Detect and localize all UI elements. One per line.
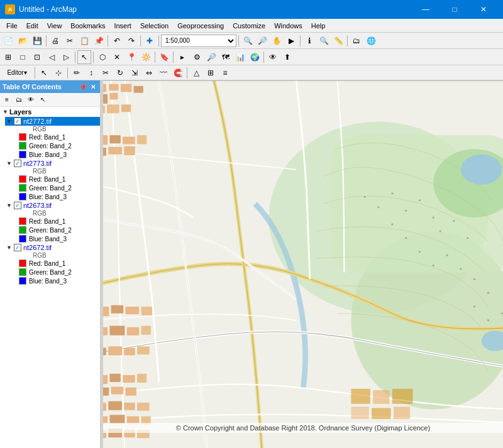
menu-selection[interactable]: Selection	[136, 21, 172, 31]
layer2-band1: Red: Band_1	[18, 175, 100, 183]
menu-insert[interactable]: Insert	[110, 21, 135, 31]
zoom-to-selected-button[interactable]: 🔆	[139, 50, 153, 64]
layer4-band2-label: Green: Band_2	[29, 269, 72, 276]
select-button[interactable]: ▶	[284, 34, 298, 48]
toc-close-button[interactable]: ✕	[89, 82, 97, 91]
export-btn[interactable]: ⬆	[280, 50, 294, 64]
layer4-checkbox[interactable]: ✓	[14, 244, 21, 251]
toc-list-by-selection[interactable]: ↖	[37, 94, 48, 106]
more2-btn[interactable]: ⊞	[204, 66, 218, 80]
layer4-blue-swatch	[19, 277, 26, 285]
toc-list-by-drawing-order[interactable]: ≡	[1, 94, 13, 106]
rotate-btn[interactable]: ↻	[113, 66, 127, 80]
clear-selection-button[interactable]: ✕	[110, 50, 124, 64]
zoom-out-button[interactable]: 🔎	[255, 34, 269, 48]
zoom-full-button[interactable]: ⊞	[1, 50, 15, 64]
add-data-button[interactable]: ✚	[143, 34, 157, 48]
scale-dropdown[interactable]: 1:50,000 1:25,000	[161, 35, 236, 47]
toc-layer-group: ▼ ✓ nt2772.tif RGB Red: Band_1 Green: Ba…	[0, 117, 100, 285]
features-btn[interactable]: ≡	[218, 66, 232, 80]
magnify-btn[interactable]: 🔎	[204, 50, 218, 64]
new-button[interactable]: 📄	[1, 34, 15, 48]
measure-button[interactable]: 📏	[331, 34, 345, 48]
layer1-expand[interactable]: ▼	[6, 118, 12, 124]
create-viewer-btn[interactable]: 👁	[266, 50, 280, 64]
toc-header-buttons[interactable]: 📌 ✕	[79, 82, 97, 91]
trace-btn[interactable]: 〰	[157, 66, 170, 80]
edit-tool-btn[interactable]: ↖	[37, 66, 51, 80]
arcgis-online-button[interactable]: 🌐	[364, 34, 378, 48]
zoom-selection-button[interactable]: ⊡	[30, 50, 44, 64]
svg-rect-24	[111, 305, 124, 314]
mirror-btn[interactable]: ⇔	[142, 66, 156, 80]
topology-btn[interactable]: △	[189, 66, 203, 80]
sketch-btn[interactable]: ✏	[70, 66, 84, 80]
app-icon: A	[5, 4, 15, 14]
toc-pin-button[interactable]: 📌	[79, 82, 87, 91]
bookmarks-btn[interactable]: 🔖	[157, 50, 171, 64]
layer-nt2672[interactable]: ▼ ✓ nt2672.tif	[5, 243, 100, 252]
cut-button[interactable]: ✂	[63, 34, 77, 48]
tools-btn2[interactable]: ⚙	[190, 50, 204, 64]
layer-nt2772[interactable]: ▼ ✓ nt2772.tif	[5, 117, 100, 126]
minimize-button[interactable]: —	[411, 0, 440, 19]
find-button[interactable]: 🔍	[317, 34, 331, 48]
menu-windows[interactable]: Windows	[270, 21, 306, 31]
arc-catalog-button[interactable]: 🗂	[350, 34, 363, 48]
svg-rect-41	[125, 388, 136, 396]
zoom-layer-button[interactable]: □	[16, 50, 30, 64]
layer2-expand[interactable]: ▼	[6, 160, 12, 167]
map-area[interactable]: © Crown Copyright and Database Right 201…	[103, 80, 503, 448]
menu-help[interactable]: Help	[307, 21, 329, 31]
save-button[interactable]: 💾	[30, 34, 44, 48]
maximize-button[interactable]: □	[440, 0, 469, 19]
svg-point-73	[446, 254, 448, 256]
menu-edit[interactable]: Edit	[23, 21, 42, 31]
scale-btn[interactable]: ⇲	[128, 66, 141, 80]
layer1-green-swatch	[19, 142, 26, 150]
print-button[interactable]: 🖨	[48, 34, 62, 48]
layer-nt2773[interactable]: ▼ ✓ nt2773.tif	[5, 159, 100, 168]
overview-btn[interactable]: 🗺	[219, 50, 233, 64]
editor-dropdown-btn[interactable]: Editor▾	[1, 66, 33, 80]
paste-button[interactable]: 📌	[92, 34, 106, 48]
layer3-checkbox[interactable]: ✓	[14, 202, 21, 209]
layer2-band3-label: Blue: Band_3	[29, 194, 67, 200]
open-button[interactable]: 📂	[16, 34, 30, 48]
toc-list-by-visibility[interactable]: 👁	[25, 94, 36, 106]
layer1-checkbox[interactable]: ✓	[14, 117, 21, 125]
menu-geoprocessing[interactable]: Geoprocessing	[174, 21, 228, 31]
globe-btn[interactable]: 🌍	[248, 50, 262, 64]
edit-vertices-btn2[interactable]: ⊹	[52, 66, 65, 80]
pan-button[interactable]: ✋	[270, 34, 284, 48]
menu-bookmarks[interactable]: Bookmarks	[67, 21, 109, 31]
next-extent-button[interactable]: ▷	[59, 50, 73, 64]
layer2-checkbox[interactable]: ✓	[14, 160, 21, 167]
select-by-location[interactable]: 📍	[124, 50, 138, 64]
layer-nt2673[interactable]: ▼ ✓ nt2673.tif	[5, 201, 100, 210]
previous-extent-button[interactable]: ◁	[45, 50, 58, 64]
select-features-button[interactable]: ↖	[77, 50, 91, 64]
dataview-btn[interactable]: 📊	[233, 50, 247, 64]
layer3-expand[interactable]: ▼	[6, 202, 12, 209]
zoom-in-button[interactable]: 🔍	[241, 34, 255, 48]
copy-button[interactable]: 📋	[77, 34, 91, 48]
menu-customize[interactable]: Customize	[229, 21, 269, 31]
layer4-expand[interactable]: ▼	[6, 244, 12, 251]
toc-list-by-source[interactable]: 🗂	[13, 94, 25, 106]
menu-view[interactable]: View	[43, 21, 66, 31]
menu-file[interactable]: File	[3, 21, 21, 31]
more-btn[interactable]: ▸	[175, 50, 189, 64]
identify-button[interactable]: ℹ	[302, 34, 316, 48]
layers-expand-arrow[interactable]: ▼	[3, 109, 8, 115]
edit-vertices-button[interactable]: ⬡	[96, 50, 109, 64]
window-controls[interactable]: — □ ✕	[411, 0, 498, 19]
split-btn[interactable]: ✂	[99, 66, 113, 80]
snapping-btn[interactable]: 🧲	[171, 66, 185, 80]
reshape-btn[interactable]: ↕	[84, 66, 98, 80]
map-canvas[interactable]	[103, 80, 503, 448]
toc-title: Table Of Contents	[3, 83, 62, 90]
close-button[interactable]: ✕	[469, 0, 498, 19]
undo-button[interactable]: ↶	[110, 34, 124, 48]
redo-button[interactable]: ↷	[124, 34, 138, 48]
